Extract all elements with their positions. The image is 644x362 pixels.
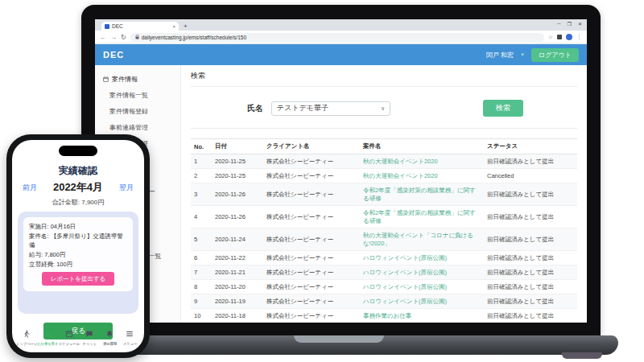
- table-cell: 10: [191, 309, 212, 323]
- case-name-link[interactable]: 秋の大運動会イベント「コロナに負けるな!2020」: [360, 228, 484, 251]
- table-cell: 2020-11-25: [212, 169, 263, 183]
- logout-button[interactable]: ログアウト: [531, 48, 579, 62]
- table-header-row: No.日付クライアント名案件名ステータス: [191, 139, 577, 154]
- forward-icon[interactable]: →: [110, 34, 117, 41]
- case-name-link[interactable]: ハロウィンイベント(原宿公園): [360, 294, 484, 309]
- phone-tabbar: トップページお仕事を探すスケジュールチャット通知履歴メニュー: [16, 325, 140, 348]
- table-header-cell: 案件名: [360, 139, 484, 154]
- phone-tab-label: スケジュール: [58, 342, 79, 346]
- browser-menu-icon[interactable]: ⋮: [576, 34, 582, 40]
- table-cell: 前日確認済みとして提出: [484, 154, 577, 169]
- case-name-link[interactable]: 事務作業のお仕事: [360, 309, 484, 323]
- window-controls: ─ ❐ ✕: [557, 21, 582, 27]
- table-cell: 9: [191, 294, 212, 309]
- new-tab-button[interactable]: +: [184, 23, 188, 30]
- profile-avatar[interactable]: [566, 34, 572, 40]
- tab-title: DEC: [112, 23, 170, 29]
- phone-tab-スケジュール[interactable]: スケジュール: [58, 327, 79, 346]
- phone-tab-label: チャット: [83, 342, 97, 346]
- case-name-link[interactable]: 令和2年度「感染対策の相談業務」に関する研修: [360, 183, 484, 206]
- phone-tab-label: お仕事を探す: [37, 342, 58, 346]
- case-name-link[interactable]: 令和2年度「感染対策の相談業務」に関する研修: [360, 206, 484, 228]
- table-cell: 前日確認済みとして提出: [484, 228, 577, 251]
- case-name-link[interactable]: ハロウィンイベント(原宿公園): [360, 265, 484, 280]
- table-cell: 2020-11-22: [212, 251, 263, 265]
- phone-tab-メニュー[interactable]: メニュー: [120, 327, 140, 346]
- table-header-cell: ステータス: [484, 139, 577, 154]
- back-icon[interactable]: ←: [100, 34, 106, 41]
- table-row: 32020-11-26株式会社シーピーティー令和2年度「感染対策の相談業務」に関…: [191, 183, 577, 206]
- app-header: DEC 関戸 和宏 ▼ ログアウト: [95, 44, 587, 65]
- main-content: 検索 氏名 テストデモ華子 ∨ 検索 No.日付クライアント名案件名ステータス …: [181, 65, 587, 323]
- table-cell: 7: [191, 265, 212, 280]
- browser-tab[interactable]: DEC ×: [101, 22, 179, 31]
- extensions-icon[interactable]: [557, 35, 562, 39]
- phone-tab-トップページ[interactable]: トップページ: [16, 327, 37, 346]
- sidebar-item[interactable]: 案件情報一覧: [95, 87, 180, 103]
- phone-tab-チャット[interactable]: チャット: [80, 327, 100, 346]
- result-card: 実施日: 04月16日 案件名: 【多摩川祭り】交通誘導警備 給与: 7,800…: [23, 217, 133, 291]
- reload-icon[interactable]: ↻: [121, 34, 126, 41]
- table-row: 52020-11-24株式会社シーピーティー秋の大運動会イベント「コロナに負ける…: [191, 228, 577, 251]
- sidebar-item[interactable]: 案件情報登録: [95, 103, 180, 119]
- address-bar[interactable]: dailyeventcasting.jp/ems/staff/schedule/…: [130, 33, 544, 42]
- submit-report-button[interactable]: レポートを提出する: [42, 272, 115, 286]
- table-header-cell: 日付: [212, 139, 263, 154]
- table-cell: 株式会社シーピーティー: [263, 280, 360, 294]
- results-table: No.日付クライアント名案件名ステータス 12020-11-25株式会社シーピー…: [191, 138, 577, 323]
- phone-tab-お仕事を探す[interactable]: お仕事を探す: [37, 327, 58, 346]
- menu-icon: [126, 327, 134, 341]
- lock-icon: [135, 35, 139, 39]
- table-cell: 3: [191, 183, 212, 206]
- table-row: 42020-11-26株式会社シーピーティー令和2年度「感染対策の相談業務」に関…: [191, 206, 577, 228]
- total-amount: 合計金額: 7,900円: [12, 198, 144, 207]
- table-cell: Cancelled: [484, 169, 577, 183]
- name-select-value: テストデモ華子: [277, 103, 328, 113]
- case-name-link[interactable]: 秋の大運動会イベント2020: [360, 154, 484, 169]
- table-cell: 6: [191, 251, 212, 265]
- case-name-link[interactable]: ハロウィンイベント(原宿公園): [360, 251, 484, 265]
- sidebar-section-case-info[interactable]: 案件情報: [95, 72, 180, 87]
- name-select[interactable]: テストデモ華子 ∨: [271, 101, 390, 116]
- table-cell: 前日確認済みとして提出: [484, 251, 577, 265]
- case-name-link[interactable]: ハロウィンイベント(原宿公園): [360, 280, 484, 294]
- window-minimize-icon[interactable]: ─: [557, 21, 560, 27]
- table-cell: 5: [191, 228, 212, 251]
- window-close-icon[interactable]: ✕: [578, 21, 582, 27]
- table-cell: 株式会社シーピーティー: [263, 294, 360, 309]
- month-navigation: 前月 2022年4月 翌月: [12, 178, 144, 195]
- phone-tab-label: トップページ: [16, 342, 37, 346]
- table-cell: 4: [191, 206, 212, 228]
- table-cell: 株式会社シーピーティー: [263, 309, 360, 323]
- name-field-label: 氏名: [247, 103, 263, 114]
- table-cell: 株式会社シーピーティー: [263, 154, 360, 169]
- chevron-down-icon[interactable]: ▼: [520, 52, 525, 57]
- table-row: 102020-11-18株式会社シーピーティー事務作業のお仕事前日確認済みとして…: [191, 309, 577, 323]
- window-restore-icon[interactable]: ❐: [568, 21, 572, 27]
- phone-page-title: 実績確認: [12, 164, 144, 178]
- tab-close-icon[interactable]: ×: [172, 24, 175, 29]
- table-cell: 2020-11-25: [212, 154, 263, 169]
- url-text: dailyeventcasting.jp/ems/staff/schedule/…: [142, 35, 246, 40]
- table-cell: 前日確認済みとして提出: [484, 206, 577, 228]
- sidebar-item[interactable]: 事前連絡管理: [95, 119, 180, 135]
- table-cell: 2020-11-26: [212, 183, 263, 206]
- table-cell: 株式会社シーピーティー: [263, 206, 360, 228]
- app-body: 案件情報 案件情報一覧案件情報登録事前連絡管理当日連絡管理翌日連絡管理カレンダー…: [95, 65, 587, 323]
- table-row: 82020-11-20株式会社シーピーティーハロウィンイベント(原宿公園)前日確…: [191, 280, 577, 294]
- phone-tab-label: 通知履歴: [103, 342, 117, 346]
- search-form: 氏名 テストデモ華子 ∨ 検索: [191, 87, 577, 129]
- phone-tab-通知履歴[interactable]: 通知履歴: [100, 327, 120, 346]
- table-cell: 2020-11-20: [212, 280, 263, 294]
- current-month: 2022年4月: [37, 180, 119, 195]
- app-logo[interactable]: DEC: [103, 50, 124, 60]
- case-name-link[interactable]: 秋の大運動会イベント2020: [360, 169, 484, 183]
- bookmark-star-icon[interactable]: ☆: [548, 34, 553, 40]
- table-row: 62020-11-22株式会社シーピーティーハロウィンイベント(原宿公園)前日確…: [191, 251, 577, 265]
- user-name[interactable]: 関戸 和宏: [486, 51, 514, 60]
- select-chevron-icon: ∨: [381, 105, 385, 112]
- prev-month-link[interactable]: 前月: [23, 183, 37, 193]
- next-month-link[interactable]: 翌月: [119, 183, 134, 193]
- sidebar-section-label: 案件情報: [112, 75, 138, 84]
- search-button[interactable]: 検索: [483, 100, 523, 117]
